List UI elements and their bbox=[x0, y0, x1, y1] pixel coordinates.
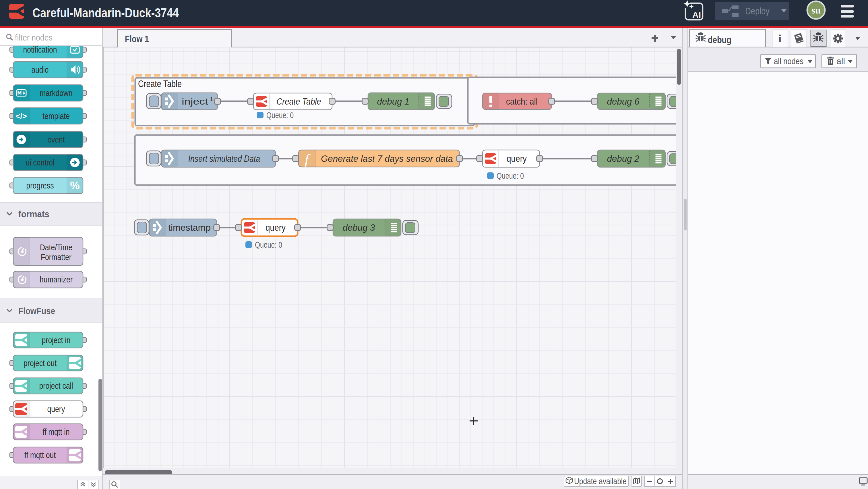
svg-text:Queue: 0: Queue: 0 bbox=[267, 110, 293, 120]
svg-text:AI: AI bbox=[692, 10, 701, 20]
svg-text:Deploy: Deploy bbox=[745, 5, 770, 17]
svg-text:ff mqtt in: ff mqtt in bbox=[43, 427, 70, 436]
svg-text:Generate last 7 days sensor da: Generate last 7 days sensor data bbox=[321, 154, 453, 164]
svg-text:catch: all: catch: all bbox=[506, 96, 538, 107]
svg-text:ui control: ui control bbox=[26, 158, 55, 167]
svg-text:query: query bbox=[266, 223, 286, 233]
svg-text:all: all bbox=[836, 56, 845, 66]
svg-text:1: 1 bbox=[210, 96, 213, 102]
svg-text:markdown: markdown bbox=[40, 88, 73, 98]
svg-text:audio: audio bbox=[32, 65, 49, 75]
svg-text:debug 6: debug 6 bbox=[607, 96, 640, 107]
svg-text:progress: progress bbox=[26, 181, 54, 190]
svg-text:all nodes: all nodes bbox=[774, 56, 803, 66]
svg-text:notification: notification bbox=[23, 45, 57, 54]
svg-text:debug 1: debug 1 bbox=[377, 96, 410, 107]
svg-text:debug 3: debug 3 bbox=[343, 223, 375, 233]
svg-text:Flow 1: Flow 1 bbox=[125, 34, 149, 44]
svg-text:formats: formats bbox=[19, 209, 50, 219]
svg-text:debug: debug bbox=[708, 34, 732, 45]
svg-text:Formatter: Formatter bbox=[41, 253, 71, 262]
svg-text:Queue: 0: Queue: 0 bbox=[255, 240, 282, 249]
svg-text:project out: project out bbox=[24, 358, 57, 368]
svg-text:%: % bbox=[70, 179, 80, 192]
svg-text:Insert simulated Data: Insert simulated Data bbox=[188, 154, 260, 164]
svg-text:project call: project call bbox=[39, 381, 73, 391]
svg-text:filter nodes: filter nodes bbox=[15, 33, 53, 42]
svg-text:i: i bbox=[778, 32, 782, 45]
svg-text:ƒ: ƒ bbox=[303, 150, 311, 168]
svg-text:Update available: Update available bbox=[574, 477, 627, 486]
svg-text:template: template bbox=[42, 112, 70, 121]
svg-text:Careful-Mandarin-Duck-3744: Careful-Mandarin-Duck-3744 bbox=[32, 6, 179, 20]
svg-text:Create Table: Create Table bbox=[277, 96, 321, 107]
svg-text:Create Table: Create Table bbox=[138, 79, 182, 89]
svg-text:event: event bbox=[48, 135, 65, 144]
svg-text:humanizer: humanizer bbox=[40, 275, 73, 284]
svg-text:query: query bbox=[507, 154, 527, 164]
svg-text:</>: </> bbox=[16, 112, 27, 121]
svg-text:FlowFuse: FlowFuse bbox=[19, 306, 55, 316]
svg-text:inject: inject bbox=[182, 96, 208, 107]
svg-text:ff mqtt out: ff mqtt out bbox=[24, 451, 56, 460]
svg-text:su: su bbox=[811, 5, 820, 16]
svg-text:query: query bbox=[48, 405, 65, 414]
svg-text:timestamp: timestamp bbox=[168, 223, 211, 233]
svg-text:project in: project in bbox=[42, 336, 71, 345]
svg-text:Date/Time: Date/Time bbox=[40, 243, 72, 252]
svg-text:debug 2: debug 2 bbox=[607, 154, 640, 164]
svg-text:Queue: 0: Queue: 0 bbox=[497, 171, 524, 180]
